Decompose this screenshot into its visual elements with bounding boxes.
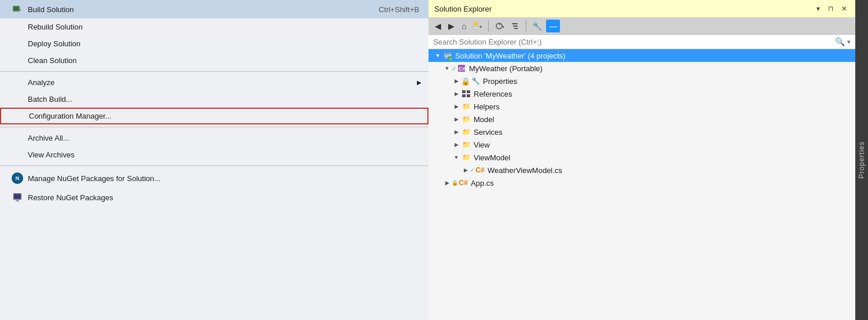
lock-icon: 🔒 xyxy=(461,77,470,86)
folder-helpers-icon: 📁 xyxy=(461,101,471,112)
dock-button[interactable]: ⊓ xyxy=(826,3,836,14)
svg-rect-22 xyxy=(462,94,466,97)
sync-button[interactable]: ▾ xyxy=(492,20,507,32)
tree-item-myweather[interactable]: ▼ ✓ C# MyWeather (Portable) xyxy=(428,62,855,75)
svg-text:✓: ✓ xyxy=(449,57,452,60)
tree-item-services[interactable]: ▶ 📁 Services xyxy=(428,126,855,138)
tree-item-references[interactable]: ▶ References xyxy=(428,87,855,100)
expand-app-icon[interactable]: ▶ xyxy=(442,178,452,187)
svg-text:C#: C# xyxy=(459,66,466,72)
svg-text:▾: ▾ xyxy=(479,24,482,30)
tree-item-viewmodel-label: ViewModel xyxy=(474,153,510,162)
tree-item-references-label: References xyxy=(474,90,512,98)
solution-explorer-title: Solution Explorer xyxy=(434,5,492,13)
active-button[interactable]: — xyxy=(546,20,560,32)
toolbar-separator-1 xyxy=(488,20,489,32)
toolbar-separator-2 xyxy=(526,20,526,32)
context-menu: Build Solution Ctrl+Shift+B Rebuild Solu… xyxy=(0,0,428,320)
menu-item-batch-build-label: Batch Build... xyxy=(28,95,419,104)
menu-item-manage-nuget[interactable]: N Manage NuGet Packages for Solution... xyxy=(0,168,428,188)
solution-explorer-header: Solution Explorer ▾ ⊓ ✕ xyxy=(428,0,855,18)
menu-item-view-archives[interactable]: View Archives xyxy=(0,146,428,163)
tree-item-services-label: Services xyxy=(474,128,503,137)
expand-weatherviewmodel-icon[interactable]: ▶ xyxy=(461,165,470,175)
expand-myweather-icon[interactable]: ▼ xyxy=(442,64,452,73)
expand-model-icon[interactable]: ▶ xyxy=(452,115,461,124)
tree-item-weatherviewmodel[interactable]: ▶ ✓ C# WeatherViewModel.cs xyxy=(428,164,855,176)
svg-rect-13 xyxy=(514,28,518,29)
tree-item-app-label: App.cs xyxy=(471,179,494,187)
menu-item-deploy-solution[interactable]: Deploy Solution xyxy=(0,35,428,52)
solution-explorer-panel: Solution Explorer ▾ ⊓ ✕ ◀ ▶ ⌂ ▾ ▾ xyxy=(428,0,855,320)
tree-item-view-label: View xyxy=(474,141,490,149)
tree-item-model[interactable]: ▶ 📁 Model xyxy=(428,113,855,126)
cs-file-icon: C# xyxy=(475,165,485,175)
properties-button[interactable]: 🔧 xyxy=(529,20,545,32)
check-myweather-icon: ✓ xyxy=(452,65,456,72)
tree-item-view[interactable]: ▶ 📁 View xyxy=(428,138,855,151)
svg-rect-5 xyxy=(474,22,478,25)
separator-1 xyxy=(0,71,428,72)
search-options-icon[interactable]: ▾ xyxy=(847,38,851,46)
home-button[interactable]: ⌂ xyxy=(459,20,469,32)
separator-3 xyxy=(0,165,428,166)
tree-item-helpers-label: Helpers xyxy=(474,102,500,111)
svg-rect-6 xyxy=(474,27,478,30)
search-icon: 🔍 xyxy=(835,37,845,46)
menu-item-archive-all-label: Archive All... xyxy=(28,134,419,142)
tree-item-model-label: Model xyxy=(474,115,494,124)
tree-item-helpers[interactable]: ▶ 📁 Helpers xyxy=(428,100,855,113)
expand-helpers-icon[interactable]: ▶ xyxy=(452,102,461,111)
properties-icon: 🔧 xyxy=(470,76,481,86)
menu-item-build-solution[interactable]: Build Solution Ctrl+Shift+B xyxy=(0,0,428,19)
expand-services-icon[interactable]: ▶ xyxy=(452,127,461,137)
tree-item-viewmodel[interactable]: ▼ 📁 ViewModel xyxy=(428,151,855,164)
build-icon xyxy=(7,4,28,14)
menu-item-clean-solution-label: Clean Solution xyxy=(28,56,419,65)
tree-item-app[interactable]: ▶ 🔒 C# App.cs xyxy=(428,176,855,189)
csharp-icon: C# xyxy=(456,63,467,73)
separator-2 xyxy=(0,127,428,127)
expand-solution-icon[interactable]: ▼ xyxy=(433,51,442,60)
menu-item-build-solution-label: Build Solution xyxy=(28,5,344,14)
menu-item-archive-all[interactable]: Archive All... xyxy=(0,130,428,146)
folder-services-icon: 📁 xyxy=(461,127,471,137)
pin-button[interactable]: ▾ xyxy=(814,3,822,14)
forward-button[interactable]: ▶ xyxy=(445,20,457,32)
expand-properties-icon[interactable]: ▶ xyxy=(452,76,461,86)
menu-item-restore-nuget[interactable]: Restore NuGet Packages xyxy=(0,188,428,207)
show-files-button[interactable]: ▾ xyxy=(470,20,485,32)
search-input[interactable] xyxy=(433,38,835,46)
nuget-icon: N xyxy=(7,172,28,184)
svg-rect-23 xyxy=(467,94,470,97)
expand-view-icon[interactable]: ▶ xyxy=(452,140,461,149)
folder-view-icon: 📁 xyxy=(461,139,471,150)
tree-item-properties[interactable]: ▶ 🔒 🔧 Properties xyxy=(428,75,855,87)
close-button[interactable]: ✕ xyxy=(839,3,849,14)
menu-item-rebuild-solution[interactable]: Rebuild Solution xyxy=(0,19,428,35)
menu-item-configuration-manager[interactable]: Configuration Manager... xyxy=(0,108,428,124)
svg-rect-21 xyxy=(467,90,470,93)
tree-item-weatherviewmodel-label: WeatherViewModel.cs xyxy=(488,166,562,175)
menu-item-clean-solution[interactable]: Clean Solution xyxy=(0,52,428,69)
menu-item-restore-nuget-label: Restore NuGet Packages xyxy=(28,193,419,202)
cs-file-app-icon: C# xyxy=(458,178,468,188)
tree-item-solution[interactable]: ▼ VS ✓ Solution 'MyWeather' (4 projects) xyxy=(428,49,855,62)
menu-item-analyze[interactable]: Analyze ▶ xyxy=(0,74,428,91)
tree-item-properties-label: Properties xyxy=(483,77,517,86)
svg-marker-2 xyxy=(20,9,22,11)
back-button[interactable]: ◀ xyxy=(432,20,444,32)
tree-item-solution-label: Solution 'MyWeather' (4 projects) xyxy=(455,52,565,60)
expand-references-icon[interactable]: ▶ xyxy=(452,89,461,98)
properties-sidebar: Properties xyxy=(855,0,868,320)
menu-item-batch-build[interactable]: Batch Build... xyxy=(0,91,428,108)
solution-explorer-tree: ▼ VS ✓ Solution 'MyWeather' (4 projects)… xyxy=(428,49,855,320)
references-icon xyxy=(461,89,471,99)
solution-icon: VS ✓ xyxy=(442,50,453,61)
collapse-all-button[interactable] xyxy=(508,20,523,32)
tree-item-myweather-label: MyWeather (Portable) xyxy=(469,64,543,73)
menu-item-config-manager-label: Configuration Manager... xyxy=(29,112,418,120)
folder-model-icon: 📁 xyxy=(461,114,471,124)
svg-text:▾: ▾ xyxy=(502,24,504,30)
expand-viewmodel-icon[interactable]: ▼ xyxy=(452,153,461,162)
